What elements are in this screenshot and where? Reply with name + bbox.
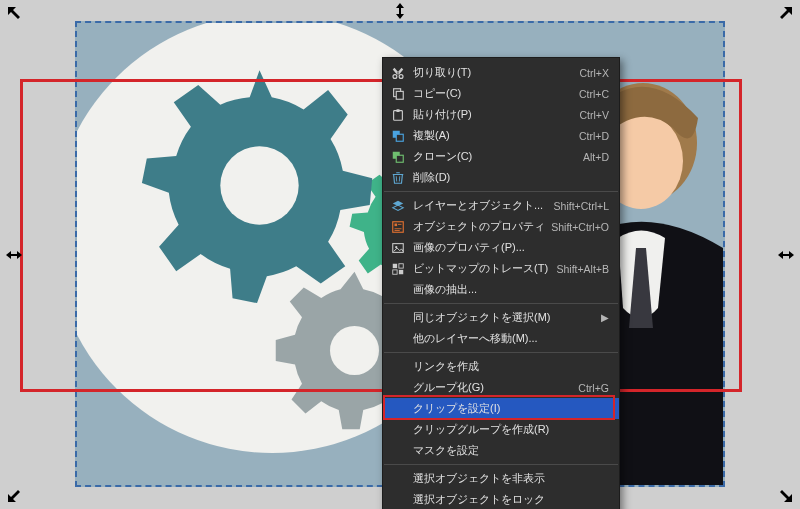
menu-item-label: グループ化(G) [407,380,570,395]
menu-item-label: オブジェクトのプロパティ(O)... [407,219,543,234]
menu-item-label: マスクを設定 [407,443,601,458]
blank-icon [389,471,407,487]
menu-item[interactable]: レイヤーとオブジェクト...Shift+Ctrl+L [383,195,619,216]
menu-item[interactable]: 他のレイヤーへ移動(M)... [383,328,619,349]
trace-icon [389,261,407,277]
svg-point-2 [220,146,298,224]
menu-item[interactable]: マスクを設定 [383,440,619,461]
menu-item-label: リンクを作成 [407,359,601,374]
handle-top-right[interactable] [776,5,794,23]
menu-item[interactable]: 切り取り(T)Ctrl+X [383,62,619,83]
svg-rect-10 [396,109,400,112]
blank-icon [389,422,407,438]
menu-item[interactable]: リンクを作成 [383,356,619,377]
handle-bottom-left[interactable] [6,486,24,504]
menu-item-label: 画像の抽出... [407,282,601,297]
menu-item-shortcut: Alt+D [575,151,609,163]
submenu-arrow-icon: ▶ [593,312,609,323]
menu-item-label: レイヤーとオブジェクト... [407,198,546,213]
menu-item-label: 切り取り(T) [407,65,572,80]
blank-icon [389,310,407,326]
menu-item-label: クリップを設定(I) [407,401,601,416]
menu-item-shortcut: Ctrl+D [571,130,609,142]
menu-item[interactable]: 削除(D) [383,167,619,188]
menu-item-label: ビットマップのトレース(T)... [407,261,548,276]
svg-point-5 [393,74,397,78]
menu-item-label: クローン(C) [407,149,575,164]
menu-item-label: 他のレイヤーへ移動(M)... [407,331,601,346]
menu-separator [384,464,618,465]
menu-item[interactable]: クリップを設定(I) [383,398,619,419]
blank-icon [389,443,407,459]
handle-middle-right[interactable] [777,246,795,264]
menu-item[interactable]: 同じオブジェクトを選択(M)▶ [383,307,619,328]
menu-item[interactable]: 選択オブジェクトをロック [383,489,619,509]
menu-item[interactable]: ビットマップのトレース(T)...Shift+Alt+B [383,258,619,279]
svg-rect-8 [396,91,403,99]
svg-rect-12 [396,134,403,141]
handle-top-left[interactable] [6,5,24,23]
menu-item[interactable]: コピー(C)Ctrl+C [383,83,619,104]
svg-rect-16 [395,223,398,226]
svg-rect-21 [393,269,397,273]
menu-item[interactable]: 画像のプロパティ(P)... [383,237,619,258]
menu-item-shortcut: Ctrl+X [572,67,609,79]
menu-item-label: 同じオブジェクトを選択(M) [407,310,593,325]
menu-item-shortcut: Ctrl+V [572,109,609,121]
delete-icon [389,170,407,186]
menu-item[interactable]: クリップグループを作成(R) [383,419,619,440]
menu-separator [384,191,618,192]
menu-item-label: 画像のプロパティ(P)... [407,240,601,255]
copy-icon [389,86,407,102]
props-icon [389,219,407,235]
svg-rect-14 [396,155,403,162]
clone-icon [389,149,407,165]
menu-item-shortcut: Shift+Ctrl+O [543,221,609,233]
blank-icon [389,282,407,298]
cut-icon [389,65,407,81]
menu-item[interactable]: 画像の抽出... [383,279,619,300]
blank-icon [389,401,407,417]
svg-rect-20 [399,263,403,267]
gear-teal [137,63,382,308]
duplicate-icon [389,128,407,144]
menu-item[interactable]: クローン(C)Alt+D [383,146,619,167]
context-menu[interactable]: 切り取り(T)Ctrl+Xコピー(C)Ctrl+C貼り付け(P)Ctrl+V複製… [382,57,620,509]
svg-rect-22 [399,269,403,273]
layers-icon [389,198,407,214]
menu-item[interactable]: 選択オブジェクトを非表示 [383,468,619,489]
svg-point-6 [399,74,403,78]
handle-bottom-right[interactable] [776,486,794,504]
menu-item-label: 選択オブジェクトを非表示 [407,471,601,486]
svg-point-0 [330,326,379,375]
svg-rect-9 [394,110,403,120]
menu-item-label: 削除(D) [407,170,601,185]
menu-item-shortcut: Shift+Alt+B [548,263,609,275]
imgprops-icon [389,240,407,256]
blank-icon [389,331,407,347]
menu-item-label: クリップグループを作成(R) [407,422,601,437]
menu-item-shortcut: Ctrl+G [570,382,609,394]
blank-icon [389,359,407,375]
menu-item[interactable]: 貼り付け(P)Ctrl+V [383,104,619,125]
menu-item-shortcut: Shift+Ctrl+L [546,200,609,212]
handle-middle-left[interactable] [5,246,23,264]
menu-separator [384,303,618,304]
menu-item-label: コピー(C) [407,86,571,101]
menu-item-shortcut: Ctrl+C [571,88,609,100]
blank-icon [389,380,407,396]
menu-item-label: 複製(A) [407,128,571,143]
menu-item[interactable]: 複製(A)Ctrl+D [383,125,619,146]
svg-rect-19 [393,263,397,267]
paste-icon [389,107,407,123]
menu-separator [384,352,618,353]
menu-item[interactable]: グループ化(G)Ctrl+G [383,377,619,398]
blank-icon [389,492,407,508]
menu-item[interactable]: オブジェクトのプロパティ(O)...Shift+Ctrl+O [383,216,619,237]
menu-item-label: 選択オブジェクトをロック [407,492,601,507]
handle-top-middle[interactable] [391,2,409,20]
menu-item-label: 貼り付け(P) [407,107,572,122]
